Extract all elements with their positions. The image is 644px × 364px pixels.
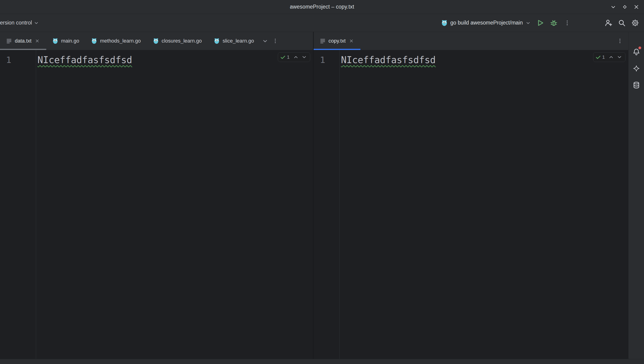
tab-main-go[interactable]: main.go — [46, 32, 85, 50]
previous-problem-button[interactable] — [607, 53, 615, 61]
play-icon — [536, 19, 544, 27]
tab-bar-spacer — [360, 32, 615, 50]
editor-gutter[interactable]: 1 — [314, 50, 340, 359]
check-icon — [280, 54, 286, 60]
bug-icon — [550, 19, 558, 27]
chevron-down-icon — [302, 54, 307, 60]
kebab-menu-icon — [617, 38, 623, 44]
previous-problem-button[interactable] — [292, 53, 300, 61]
version-control-widget[interactable]: ersion control — [0, 18, 41, 28]
tab-options-button[interactable] — [270, 36, 280, 46]
title-bar: awesomeProject – copy.txt — [0, 0, 644, 14]
kebab-menu-icon — [272, 38, 278, 44]
next-problem-button[interactable] — [300, 53, 308, 61]
chevron-up-icon — [608, 54, 614, 60]
diamond-icon — [622, 4, 628, 10]
tab-label: data.txt — [15, 38, 32, 44]
close-icon — [35, 38, 40, 43]
line-text-typo: NIceffadfasfsdfsd — [38, 54, 132, 65]
window-title: awesomeProject – copy.txt — [290, 4, 354, 10]
tab-close-button[interactable] — [348, 38, 354, 44]
run-configuration-label: go build awesomeProject/main — [450, 20, 523, 26]
database-button[interactable] — [631, 80, 642, 91]
editor-right: 1 NIceffadfasfsdfsd 1 — [314, 50, 628, 359]
tab-label: copy.txt — [328, 38, 346, 44]
gopher-icon — [214, 38, 220, 44]
run-configuration-selector[interactable]: go build awesomeProject/main — [439, 18, 532, 28]
settings-button[interactable] — [630, 17, 641, 28]
notifications-button[interactable] — [631, 46, 642, 57]
search-everywhere-button[interactable] — [616, 17, 627, 28]
run-button[interactable] — [535, 17, 546, 28]
tab-methods-learn-go[interactable]: methods_learn.go — [85, 32, 147, 50]
tab-slice-learn-go[interactable]: slice_learn.go — [208, 32, 260, 50]
text-file-icon — [6, 38, 12, 44]
line-number: 1 — [6, 55, 11, 65]
chevron-up-icon — [293, 54, 299, 60]
debug-button[interactable] — [548, 17, 559, 28]
tab-closures-learn-go[interactable]: closures_learn.go — [147, 32, 208, 50]
tab-options-button[interactable] — [615, 36, 625, 46]
tab-label: main.go — [61, 38, 79, 44]
main-area: data.txt main.go methods_learn.go — [0, 32, 644, 359]
right-tool-strip — [628, 32, 644, 359]
tab-label: closures_learn.go — [162, 38, 202, 44]
inspection-count: 1 — [287, 54, 290, 60]
editor-content[interactable]: NIceffadfasfsdfsd — [36, 50, 313, 359]
chevron-down-icon — [610, 4, 616, 10]
next-problem-button[interactable] — [616, 53, 624, 61]
check-icon — [595, 54, 601, 60]
gopher-icon — [52, 38, 58, 44]
chevron-down-icon — [262, 38, 268, 44]
database-icon — [633, 82, 640, 89]
editor-pane-right: copy.txt 1 NIceffadfasfsdfsd — [314, 32, 628, 359]
editor-left: 1 NIceffadfasfsdfsd 1 — [0, 50, 313, 359]
editor-content[interactable]: NIceffadfasfsdfsd — [340, 50, 628, 359]
tab-close-button[interactable] — [34, 38, 40, 44]
notification-badge — [638, 46, 641, 49]
status-bar — [0, 359, 644, 364]
window-controls — [608, 0, 641, 14]
hidden-tabs-button[interactable] — [260, 36, 270, 46]
more-actions-button[interactable] — [562, 17, 573, 28]
tab-bar-left: data.txt main.go methods_learn.go — [0, 32, 313, 50]
tab-data-txt[interactable]: data.txt — [0, 32, 46, 50]
code-with-me-button[interactable] — [603, 17, 614, 28]
inspection-count: 1 — [602, 54, 605, 60]
main-toolbar: ersion control go build awesomeProject/m… — [0, 14, 644, 32]
maximize-button[interactable] — [620, 2, 630, 12]
add-user-icon — [604, 19, 612, 27]
minimize-button[interactable] — [608, 2, 618, 12]
text-file-icon — [320, 38, 326, 44]
version-control-label: ersion control — [0, 20, 32, 26]
ai-assistant-button[interactable] — [631, 63, 642, 74]
inspection-widget: 1 — [593, 52, 626, 62]
inspection-widget: 1 — [278, 52, 310, 62]
line-text-typo: NIceffadfasfsdfsd — [341, 54, 436, 65]
tab-label: slice_learn.go — [222, 38, 254, 44]
ide-window: awesomeProject – copy.txt ersion control — [0, 0, 644, 364]
chevron-down-icon — [34, 20, 39, 26]
bell-icon — [633, 48, 640, 56]
editor-split-container: data.txt main.go methods_learn.go — [0, 32, 628, 359]
editor-gutter[interactable]: 1 — [0, 50, 36, 359]
editor-pane-left: data.txt main.go methods_learn.go — [0, 32, 313, 359]
tab-bar-right: copy.txt — [314, 32, 628, 50]
ai-assistant-icon — [633, 65, 640, 72]
tab-copy-txt[interactable]: copy.txt — [314, 32, 360, 50]
search-icon — [618, 19, 626, 27]
kebab-menu-icon — [564, 20, 570, 26]
close-button[interactable] — [632, 2, 641, 12]
gopher-icon — [153, 38, 159, 44]
toolbar-right-group: go build awesomeProject/main — [439, 17, 641, 28]
line-number: 1 — [320, 55, 325, 65]
gopher-icon — [441, 20, 448, 26]
gear-icon — [631, 19, 639, 27]
close-icon — [634, 4, 639, 10]
tab-label: methods_learn.go — [100, 38, 141, 44]
chevron-down-icon — [617, 54, 622, 60]
chevron-down-icon — [526, 20, 531, 26]
close-icon — [349, 38, 354, 43]
gopher-icon — [91, 38, 97, 44]
